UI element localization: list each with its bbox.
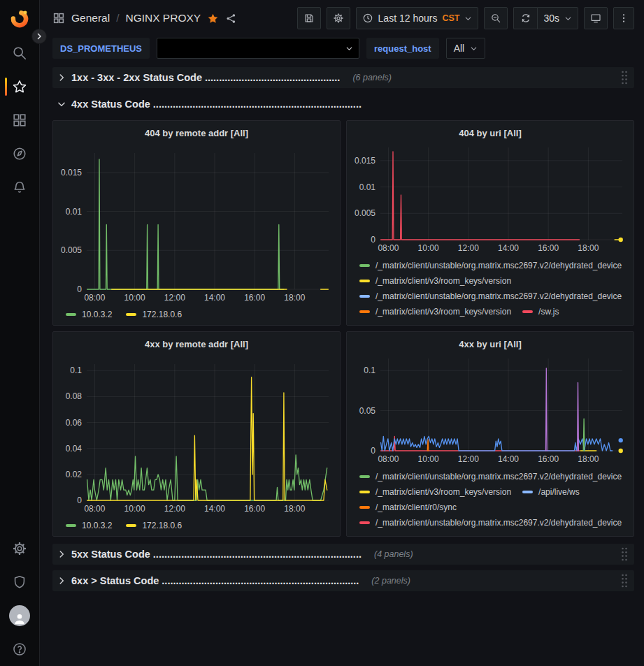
- drag-handle-icon[interactable]: [620, 573, 629, 588]
- svg-text:0.005: 0.005: [355, 208, 375, 218]
- row-title: 4xx Status Code ........................…: [71, 99, 362, 110]
- row-panel-count: (2 panels): [371, 576, 410, 586]
- legend-item[interactable]: 10.0.3.2: [66, 310, 112, 319]
- sidebar-item-dashboards[interactable]: [0, 103, 40, 137]
- breadcrumb: General / NGINX PROXY: [52, 12, 237, 24]
- legend-series-label: 10.0.3.2: [82, 521, 112, 530]
- dashboard-navbar: General / NGINX PROXY Last 12 hours CST: [40, 0, 644, 36]
- legend-series-color: [359, 506, 370, 509]
- sidebar-item-explore[interactable]: [0, 137, 40, 171]
- clock-icon: [362, 13, 373, 24]
- refresh-button[interactable]: [513, 7, 537, 29]
- time-range-picker[interactable]: Last 12 hours CST: [356, 7, 479, 29]
- chevron-down-icon: [464, 15, 472, 22]
- svg-text:10:00: 10:00: [418, 243, 439, 253]
- svg-text:12:00: 12:00: [164, 293, 185, 303]
- svg-text:10:00: 10:00: [418, 454, 439, 464]
- svg-text:0: 0: [371, 446, 375, 456]
- legend-item[interactable]: 172.18.0.6: [126, 521, 182, 530]
- panel-4xx-by-uri-all: 4xx by uri [All]00.050.108:0010:0012:001…: [346, 331, 634, 537]
- row-5xx[interactable]: 5xx Status Code ........................…: [52, 544, 634, 565]
- legend-series-color: [66, 313, 76, 316]
- breadcrumb-separator: /: [116, 12, 119, 24]
- sidebar-item-help[interactable]: [0, 632, 40, 666]
- drag-handle-icon[interactable]: [620, 70, 629, 85]
- legend-series-label: /_matrix/client/v3/room_keys/version: [375, 487, 511, 497]
- breadcrumb-folder[interactable]: General: [71, 12, 110, 24]
- legend-series-label: 172.18.0.6: [142, 521, 182, 530]
- row-4xx[interactable]: 4xx Status Code ........................…: [52, 94, 634, 115]
- legend-item[interactable]: /_matrix/client/v3/room_keys/version: [359, 487, 511, 497]
- variable-label-datasource[interactable]: DS_PROMETHEUS: [52, 38, 150, 59]
- panel-404-by-remote-addr-all: 404 by remote addr [All]00.0050.010.0150…: [52, 120, 341, 326]
- legend-item[interactable]: 172.18.0.6: [126, 310, 182, 319]
- legend-series-color: [359, 521, 370, 524]
- legend-series-label: /_matrix/client/r0/sync: [375, 502, 457, 512]
- sidebar-item-starred[interactable]: [0, 70, 40, 103]
- legend-series-color: [126, 524, 136, 527]
- panel-4xx-by-remote-addr-all: 4xx by remote addr [All]00.020.040.060.0…: [52, 331, 341, 537]
- save-dashboard-button[interactable]: [297, 7, 321, 29]
- star-icon: [12, 79, 27, 94]
- legend-series-color: [359, 475, 370, 478]
- time-series-plot[interactable]: 00.050.108:0010:0012:0014:0016:0018:00: [352, 359, 628, 466]
- sidebar-item-server-admin[interactable]: [0, 565, 40, 599]
- panel-title[interactable]: 404 by uri [All]: [352, 125, 628, 142]
- chevron-right-icon: [57, 73, 66, 82]
- sidebar-expand-button[interactable]: [31, 29, 47, 44]
- legend-item[interactable]: 10.0.3.2: [66, 521, 112, 530]
- variable-datasource-select[interactable]: [157, 38, 359, 59]
- panel-404-by-uri-all: 404 by uri [All]00.0050.010.01508:0010:0…: [346, 120, 634, 326]
- dashboard-settings-button[interactable]: [327, 7, 350, 29]
- time-series-plot[interactable]: 00.0050.010.01508:0010:0012:0014:0016:00…: [352, 147, 628, 255]
- sidebar-item-profile[interactable]: [0, 599, 40, 632]
- more-options-button[interactable]: [613, 7, 634, 29]
- panel-legend: 10.0.3.2172.18.0.6: [66, 521, 334, 530]
- panel-title[interactable]: 4xx by remote addr [All]: [59, 336, 334, 353]
- panel-title[interactable]: 4xx by uri [All]: [352, 336, 628, 353]
- panel-title[interactable]: 404 by remote addr [All]: [59, 125, 334, 142]
- dashboard-body: 1xx - 3xx - 2xx Status Code ............…: [40, 66, 644, 591]
- refresh-interval-button[interactable]: 30s: [537, 7, 578, 29]
- legend-item[interactable]: /_matrix/client/unstable/org.matrix.msc2…: [359, 472, 622, 482]
- legend-item[interactable]: /_matrix/client/unstable/org.matrix.msc2…: [359, 518, 622, 528]
- svg-text:0.01: 0.01: [359, 182, 376, 192]
- sidebar-item-alerting[interactable]: [0, 171, 40, 204]
- svg-text:0.005: 0.005: [61, 245, 82, 255]
- svg-text:0.02: 0.02: [66, 470, 83, 479]
- apps-icon: [52, 12, 65, 24]
- drag-handle-icon[interactable]: [620, 546, 629, 562]
- variable-request-host-select[interactable]: All: [446, 38, 486, 59]
- row-panel-count: (6 panels): [352, 73, 392, 82]
- legend-item[interactable]: /_matrix/client/r0/sync: [359, 502, 457, 512]
- svg-text:10:00: 10:00: [124, 293, 145, 303]
- share-dashboard-button[interactable]: [225, 13, 237, 24]
- zoom-out-time-button[interactable]: [484, 7, 508, 29]
- gear-icon: [12, 541, 27, 556]
- avatar: [9, 605, 30, 626]
- legend-item[interactable]: /_matrix/client/unstable/org.matrix.msc2…: [359, 291, 622, 301]
- breadcrumb-dashboard[interactable]: NGINX PROXY: [125, 12, 201, 24]
- legend-item[interactable]: /sw.js: [522, 307, 559, 317]
- svg-text:12:00: 12:00: [164, 504, 185, 514]
- time-series-plot[interactable]: 00.020.040.060.080.108:0010:0012:0014:00…: [59, 364, 334, 516]
- svg-text:0: 0: [77, 495, 82, 505]
- legend-item[interactable]: /_matrix/client/unstable/org.matrix.msc2…: [359, 261, 622, 270]
- legend-item[interactable]: /api/live/ws: [522, 487, 580, 497]
- star-dashboard-button[interactable]: [207, 13, 219, 24]
- row-1xx-3xx-2xx[interactable]: 1xx - 3xx - 2xx Status Code ............…: [52, 67, 634, 88]
- chevron-down-icon: [564, 15, 572, 22]
- sidebar-item-configuration[interactable]: [0, 532, 40, 565]
- legend-item[interactable]: /_matrix/client/v3/room_keys/version: [359, 307, 511, 317]
- legend-item[interactable]: /_matrix/client/v3/room_keys/version: [359, 276, 511, 286]
- legend-series-color: [66, 524, 76, 527]
- search-icon: [12, 45, 27, 61]
- row-6xx[interactable]: 6xx > Status Code ......................…: [52, 570, 634, 591]
- legend-series-label: /_matrix/client/unstable/org.matrix.msc2…: [375, 472, 622, 482]
- svg-text:08:00: 08:00: [84, 504, 105, 514]
- legend-series-label: /api/live/ws: [538, 487, 580, 497]
- svg-text:16:00: 16:00: [538, 454, 559, 464]
- time-series-plot[interactable]: 00.0050.010.01508:0010:0012:0014:0016:00…: [59, 153, 334, 305]
- variable-label-request-host[interactable]: request_host: [366, 38, 439, 59]
- cycle-view-mode-button[interactable]: [584, 7, 608, 29]
